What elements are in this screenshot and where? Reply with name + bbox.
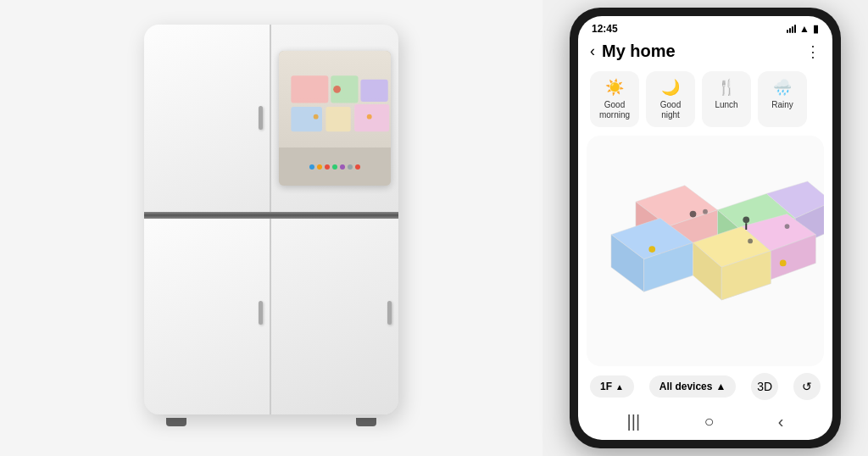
dot-red — [325, 164, 330, 170]
fridge-foot-left — [166, 418, 186, 426]
more-options-button[interactable]: ⋮ — [805, 42, 821, 61]
svg-point-29 — [748, 239, 753, 244]
svg-rect-4 — [326, 107, 350, 131]
dot-orange — [317, 164, 322, 170]
floor-chevron-icon: ▲ — [615, 382, 624, 392]
nav-bar: ||| ○ ‹ — [578, 407, 832, 440]
svg-point-28 — [648, 246, 655, 253]
moon-icon: 🌙 — [661, 78, 680, 97]
svg-rect-5 — [354, 104, 389, 131]
nav-recent-button[interactable]: ||| — [627, 412, 641, 431]
nav-home-button[interactable]: ○ — [704, 412, 714, 431]
dot-red2 — [355, 164, 360, 170]
svg-point-31 — [780, 260, 787, 267]
bar3 — [792, 26, 793, 33]
sun-icon: ☀️ — [605, 78, 624, 97]
routine-lunch-label: Lunch — [715, 100, 737, 110]
fridge-door-top-right — [271, 25, 398, 212]
refrigerator-panel — [0, 0, 542, 456]
devices-chevron-icon: ▲ — [715, 381, 726, 392]
status-bar: 12:45 ▲ ▮ — [578, 16, 832, 38]
svg-rect-3 — [291, 107, 322, 131]
svg-point-32 — [743, 216, 749, 223]
fork-icon: 🍴 — [717, 78, 736, 97]
battery-icon: ▮ — [813, 23, 819, 35]
refrigerator — [136, 25, 407, 431]
dot-gray — [348, 164, 353, 170]
phone-panel: 12:45 ▲ ▮ ‹ My home — [542, 0, 868, 456]
fridge-bottom — [144, 212, 398, 414]
3d-label: 3D — [757, 380, 772, 393]
routine-good-night-label: Goodnight — [660, 100, 681, 120]
svg-point-6 — [333, 86, 341, 93]
floor-selector[interactable]: 1F ▲ — [590, 375, 634, 398]
app-header: ‹ My home ⋮ — [578, 38, 832, 68]
svg-point-30 — [785, 224, 790, 229]
refresh-icon: ↺ — [802, 380, 812, 393]
page-title: My home — [602, 42, 676, 61]
door-handle-bl — [259, 301, 263, 325]
svg-point-26 — [690, 211, 697, 218]
floor-label: 1F — [600, 381, 612, 392]
phone-screen: 12:45 ▲ ▮ ‹ My home — [578, 16, 832, 440]
svg-rect-0 — [291, 75, 328, 103]
family-hub-screen[interactable] — [279, 51, 391, 186]
fridge-feet — [166, 418, 376, 426]
routine-rainy-label: Rainy — [771, 100, 793, 110]
back-button[interactable]: ‹ — [590, 42, 595, 60]
bottom-bar: 1F ▲ All devices ▲ 3D ↺ — [578, 366, 832, 407]
fridge-door-top-left — [144, 25, 271, 212]
devices-label: All devices — [659, 381, 713, 392]
routines-row: ☀️ Goodmorning 🌙 Goodnight 🍴 Lunch 🌧️ Ra… — [578, 68, 832, 136]
floor-map-area[interactable] — [587, 136, 824, 366]
3d-view-button[interactable]: 3D — [751, 373, 778, 400]
svg-point-27 — [703, 209, 708, 214]
devices-selector[interactable]: All devices ▲ — [649, 375, 737, 398]
wifi-icon: ▲ — [799, 23, 810, 35]
fridge-body — [144, 25, 398, 414]
fridge-divider — [144, 212, 398, 219]
svg-point-8 — [366, 114, 371, 119]
floor-plan-svg — [587, 136, 824, 366]
dot-purple — [340, 164, 345, 170]
app-header-left: ‹ My home — [590, 42, 676, 61]
status-icons: ▲ ▮ — [787, 23, 819, 35]
dot-blue — [309, 164, 314, 170]
signal-bars — [787, 25, 796, 33]
fridge-top — [144, 25, 398, 212]
door-handle-br — [387, 301, 392, 325]
status-time: 12:45 — [592, 23, 618, 35]
bar4 — [794, 25, 796, 33]
routine-good-morning-label: Goodmorning — [599, 100, 630, 120]
svg-rect-2 — [360, 79, 387, 101]
nav-back-button[interactable]: ‹ — [778, 412, 784, 431]
routine-good-night[interactable]: 🌙 Goodnight — [646, 71, 695, 127]
routine-rainy[interactable]: 🌧️ Rainy — [758, 71, 807, 127]
refresh-button[interactable]: ↺ — [793, 373, 821, 400]
rain-icon: 🌧️ — [773, 78, 792, 97]
phone-device: 12:45 ▲ ▮ ‹ My home — [570, 8, 841, 448]
routine-lunch[interactable]: 🍴 Lunch — [702, 71, 751, 127]
screen-controls — [279, 147, 391, 186]
fridge-foot-right — [356, 418, 376, 426]
screen-map — [285, 64, 391, 161]
routine-good-morning[interactable]: ☀️ Goodmorning — [590, 71, 639, 127]
fridge-door-bottom-right — [271, 212, 398, 414]
dot-green — [332, 164, 337, 170]
fridge-door-bottom-left — [144, 212, 271, 414]
door-handle-tl — [259, 106, 263, 130]
bar2 — [789, 28, 791, 33]
bar1 — [787, 30, 788, 33]
screen-inner — [279, 51, 391, 186]
svg-point-7 — [313, 114, 318, 119]
